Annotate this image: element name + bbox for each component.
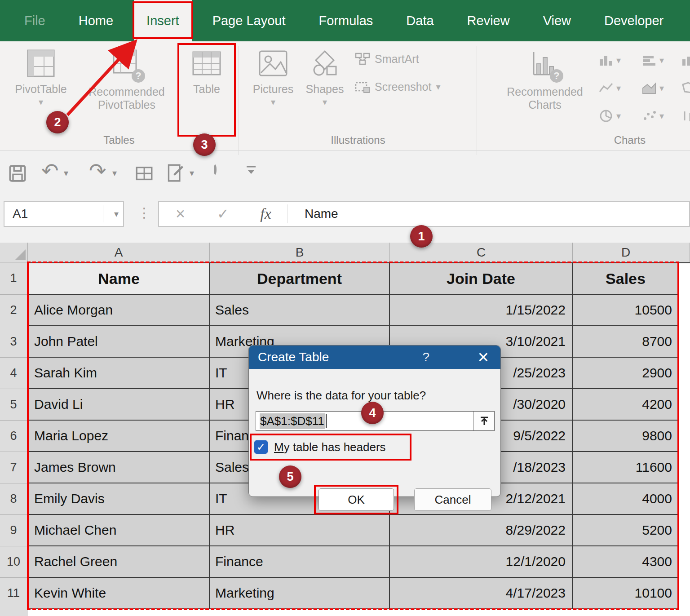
enter-entry-button[interactable]: ✓ [202, 205, 244, 222]
row-header-3[interactable]: 3 [0, 326, 28, 358]
row-header-1[interactable]: 1 [0, 262, 28, 295]
undo-button[interactable]: ↶ [41, 159, 59, 183]
tab-home[interactable]: Home [66, 0, 126, 41]
column-header-D[interactable]: D [573, 243, 679, 262]
pictures-button[interactable]: Pictures ▾ [247, 48, 299, 134]
cell-A5[interactable]: David Li [28, 389, 210, 421]
cell-A1[interactable]: Name [28, 262, 210, 295]
headers-checkbox-row[interactable]: ✓ My table has headers [254, 436, 407, 458]
cell-A8[interactable]: Emily Davis [28, 483, 210, 515]
tab-insert[interactable]: Insert [134, 0, 192, 41]
cell-A11[interactable]: Kevin White [28, 578, 210, 609]
cell-C2[interactable]: 1/15/2022 [390, 295, 573, 326]
edit-form-dropdown[interactable]: ▾ [190, 168, 194, 178]
headers-checkbox[interactable]: ✓ [254, 440, 268, 454]
cell-B10[interactable]: Finance [210, 546, 390, 578]
collapse-dialog-button[interactable] [473, 412, 494, 430]
table-button[interactable]: Table [179, 48, 234, 134]
pie-chart-button[interactable]: ▾ [598, 110, 621, 122]
cell-B9[interactable]: HR [210, 515, 390, 546]
row-header-5[interactable]: 5 [0, 389, 28, 421]
tab-developer[interactable]: Developer [592, 0, 676, 41]
empty-cell[interactable] [679, 389, 690, 421]
cell-C11[interactable]: 4/17/2023 [390, 578, 573, 609]
tab-help[interactable]: Help [684, 0, 690, 41]
recommended-pivottables-button[interactable]: ? Recommended PivotTables [76, 48, 177, 134]
cell-D1[interactable]: Sales [573, 262, 679, 295]
cell-D11[interactable]: 10100 [573, 578, 679, 609]
chevron-down-icon[interactable]: ▾ [114, 208, 119, 219]
cell-B2[interactable]: Sales [210, 295, 390, 326]
tab-page-layout[interactable]: Page Layout [200, 0, 298, 41]
dialog-help-button[interactable]: ? [422, 346, 429, 369]
tab-formulas[interactable]: Formulas [306, 0, 385, 41]
row-header-10[interactable]: 10 [0, 546, 28, 578]
stock-chart-button[interactable] [681, 110, 690, 122]
cell-B11[interactable]: Marketing [210, 578, 390, 609]
empty-cell[interactable] [679, 295, 690, 326]
borders-button[interactable] [136, 165, 153, 184]
cell-D6[interactable]: 9800 [573, 421, 679, 452]
oval-shape-button[interactable] [214, 166, 217, 174]
ok-button[interactable]: OK [318, 488, 394, 511]
row-header-4[interactable]: 4 [0, 358, 28, 389]
tab-view[interactable]: View [531, 0, 584, 41]
cell-D5[interactable]: 4200 [573, 389, 679, 421]
select-all-button[interactable] [0, 243, 28, 262]
cell-D9[interactable]: 5200 [573, 515, 679, 546]
empty-cell[interactable] [679, 483, 690, 515]
cell-A2[interactable]: Alice Morgan [28, 295, 210, 326]
empty-cell[interactable] [679, 546, 690, 578]
empty-cell[interactable] [679, 578, 690, 609]
row-header-11[interactable]: 11 [0, 578, 28, 609]
cell-B1[interactable]: Department [210, 262, 390, 295]
area-chart-button[interactable]: ▾ [641, 82, 664, 94]
bar-chart-button[interactable]: ▾ [641, 54, 664, 66]
screenshot-button[interactable]: Screenshot ▾ [355, 80, 441, 93]
cell-A9[interactable]: Michael Chen [28, 515, 210, 546]
column-header-A[interactable]: A [28, 243, 210, 262]
formula-bar-input[interactable]: Name [288, 207, 338, 221]
recommended-charts-button[interactable]: ? Recommended Charts [502, 48, 588, 134]
dialog-title-bar[interactable]: Create Table ? × [249, 346, 500, 369]
row-header-8[interactable]: 8 [0, 483, 28, 515]
cell-D3[interactable]: 8700 [573, 326, 679, 358]
cell-A6[interactable]: Maria Lopez [28, 421, 210, 452]
insert-function-button[interactable]: fx [244, 205, 287, 222]
undo-dropdown[interactable]: ▾ [64, 168, 68, 178]
customize-qat-button[interactable] [245, 163, 257, 180]
row-header-2[interactable]: 2 [0, 295, 28, 326]
column-header-B[interactable]: B [210, 243, 390, 262]
cell-A4[interactable]: Sarah Kim [28, 358, 210, 389]
column-chart-button[interactable]: ▾ [598, 54, 621, 66]
tab-file[interactable]: File [12, 0, 58, 41]
tab-data[interactable]: Data [394, 0, 446, 41]
empty-cell[interactable] [679, 326, 690, 358]
cell-A3[interactable]: John Patel [28, 326, 210, 358]
column-header-partial[interactable] [679, 243, 690, 262]
row-header-6[interactable]: 6 [0, 421, 28, 452]
cell-D4[interactable]: 2900 [573, 358, 679, 389]
cell-D8[interactable]: 4000 [573, 483, 679, 515]
shapes-button[interactable]: Shapes ▾ [300, 48, 349, 134]
cell-A7[interactable]: James Brown [28, 452, 210, 483]
row-header-7[interactable]: 7 [0, 452, 28, 483]
cell-C10[interactable]: 12/1/2020 [390, 546, 573, 578]
cell-D7[interactable]: 11600 [573, 452, 679, 483]
dialog-close-button[interactable]: × [478, 346, 489, 369]
save-button[interactable] [9, 165, 26, 184]
cancel-button[interactable]: Cancel [414, 488, 491, 511]
edit-form-button[interactable] [167, 164, 184, 184]
name-box[interactable]: A1 ▾ [4, 201, 124, 227]
tab-review[interactable]: Review [455, 0, 522, 41]
empty-cell[interactable] [679, 515, 690, 546]
scatter-chart-button[interactable]: ▾ [641, 110, 664, 122]
empty-cell[interactable] [679, 358, 690, 389]
combo-chart-button[interactable] [681, 54, 690, 66]
cell-D2[interactable]: 10500 [573, 295, 679, 326]
line-chart-button[interactable]: ▾ [598, 82, 621, 94]
empty-cell[interactable] [679, 452, 690, 483]
empty-cell[interactable] [679, 262, 690, 295]
empty-cell[interactable] [679, 421, 690, 452]
row-header-9[interactable]: 9 [0, 515, 28, 546]
